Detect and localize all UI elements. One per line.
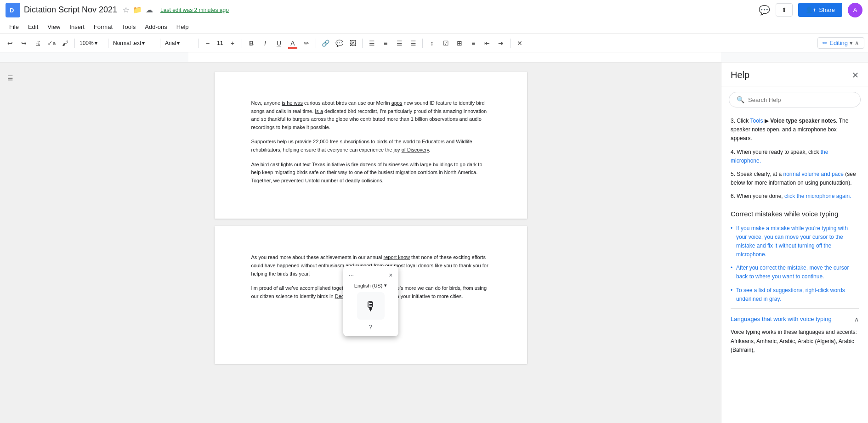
chevron-up-icon: ∧ [854,314,859,324]
zoom-selector[interactable]: 100% ▾ [78,37,105,50]
bold-button[interactable]: B [245,37,258,50]
help-steps-list: 3. Click Tools ▶ Voice type speaker note… [731,117,859,201]
font-selector[interactable]: Arial ▾ [163,37,195,50]
microphone-link[interactable]: the microphone. [731,149,828,164]
numbered-list-button[interactable]: ≡ [467,37,480,50]
tools-link[interactable]: Tools [750,118,763,124]
languages-section: Languages that work with voice typing ∧ … [731,308,859,364]
main-layout: ☰ Now, anyone is he was curious about bi… [0,62,868,423]
print-button[interactable]: 🖨 [31,37,44,50]
line-spacing-button[interactable]: ↕ [425,37,438,50]
divider-6 [316,39,316,48]
correct-mistakes-list: If you make a mistake while you're typin… [731,224,859,304]
font-size-decrease[interactable]: − [201,37,214,50]
style-selector[interactable]: Normal text ▾ [111,37,157,50]
text-color-button[interactable]: A [286,37,299,50]
divider-5 [242,39,242,48]
help-panel-title: Help [731,70,749,80]
menu-addons[interactable]: Add-ons [141,22,170,32]
menu-format[interactable]: Format [90,22,116,32]
redo-button[interactable]: ↪ [17,37,30,50]
correct-bullet-1: If you make a mistake while you're typin… [731,224,859,259]
italic-button[interactable]: I [259,37,272,50]
help-panel-header: Help ✕ [721,62,868,86]
align-center-button[interactable]: ≡ [379,37,392,50]
correct-bullet-3: To see a list of suggestions, right-clic… [731,286,859,304]
menu-edit[interactable]: Edit [24,22,42,32]
languages-examples: Afrikaans, Amharic, Arabic, Arabic (Alge… [731,338,854,353]
app-icon: D [6,3,20,17]
underline-button[interactable]: U [272,37,285,50]
voice-help-icon[interactable]: ? [369,323,373,331]
document-area[interactable]: Now, anyone is he was curious about bird… [20,62,721,423]
divider-9 [510,39,511,48]
share-button[interactable]: 👤+ Share [798,3,842,17]
search-icon: 🔍 [737,96,744,103]
editing-mode-label: Editing [829,39,848,46]
toolbar: ↩ ↪ 🖨 ✓a 🖌 100% ▾ Normal text ▾ Arial ▾ … [0,34,868,52]
languages-expandable-header[interactable]: Languages that work with voice typing ∧ [731,314,859,324]
ruler-inner [188,52,721,62]
menu-file[interactable]: File [6,22,23,32]
sidebar-toggle-button[interactable]: ☰ [4,72,17,85]
correct-bullet-2: After you correct the mistake, move the … [731,264,859,281]
page-2: As you read more about these achievement… [215,226,527,364]
align-left-button[interactable]: ☰ [365,37,378,50]
drive-icon: ⬆ [782,6,787,13]
font-size-increase[interactable]: + [226,37,239,50]
done-link[interactable]: click the microphone again. [784,193,851,199]
menu-tools[interactable]: Tools [118,22,139,32]
microphone-button[interactable]: 🎙 [357,292,385,320]
bullets-button[interactable]: ⊞ [453,37,466,50]
page-1: Now, anyone is he was curious about bird… [215,72,527,219]
avatar: A [848,3,862,17]
language-selector[interactable]: English (US) ▾ [354,282,387,288]
language-dropdown-icon: ▾ [384,282,387,288]
justify-button[interactable]: ☰ [407,37,420,50]
highlight-button[interactable]: ✏ [300,37,313,50]
menu-help[interactable]: Help [173,22,193,32]
help-panel-close-button[interactable]: ✕ [852,70,859,80]
clear-format-button[interactable]: ✕ [513,37,526,50]
indent-decrease-button[interactable]: ⇤ [481,37,494,50]
spellcheck-button[interactable]: ✓a [45,37,58,50]
font-dropdown-icon: ▾ [177,40,180,46]
comment-button[interactable]: 💬 [333,37,346,50]
correct-mistakes-title: Correct mistakes while voice typing [731,209,859,220]
checklist-button[interactable]: ☑ [439,37,452,50]
divider-1 [74,39,75,48]
voice-popup-close-button[interactable]: × [389,271,392,279]
editing-collapse-icon: ∧ [855,39,859,46]
help-search-box[interactable]: 🔍 [729,92,861,107]
paint-format-button[interactable]: 🖌 [59,37,72,50]
voice-popup-menu[interactable]: ··· [349,271,354,279]
image-button[interactable]: 🖼 [346,37,359,50]
mic-icon: 🎙 [364,299,377,314]
folder-icon[interactable]: 📁 [133,6,142,14]
left-sidebar-toggle: ☰ [0,62,20,423]
save-to-drive-button[interactable]: ⬆ [776,3,793,17]
search-input[interactable] [748,96,853,103]
page1-para-2: Supporters help us provide 22,000 free s… [251,138,490,154]
last-edit[interactable]: Last edit was 2 minutes ago [160,7,229,13]
normal-volume-link[interactable]: normal volume and pace [783,171,844,177]
title-icons: ☆ 📁 ☁ [123,6,153,14]
comments-button[interactable]: 💬 [759,5,770,16]
menu-view[interactable]: View [44,22,64,32]
align-right-button[interactable]: ☰ [393,37,406,50]
share-label: Share [819,6,835,13]
page1-para-3: Are bird cast lights out text Texas init… [251,161,490,185]
title-bar: D Dictation Script Nov 2021 ☆ 📁 ☁ Last e… [0,0,868,20]
cloud-icon[interactable]: ☁ [146,6,153,14]
star-icon[interactable]: ☆ [123,6,129,14]
indent-increase-button[interactable]: ⇥ [494,37,507,50]
editing-dropdown-icon: ▾ [850,39,853,46]
help-step-6: 6. When you're done, click the microphon… [731,192,859,201]
menu-insert[interactable]: Insert [66,22,88,32]
link-button[interactable]: 🔗 [319,37,332,50]
style-value: Normal text [113,40,141,46]
font-value: Arial [165,40,176,46]
editing-mode-button[interactable]: ✏ Editing ▾ ∧ [817,37,864,49]
help-step-5: 5. Speak clearly, at a normal volume and… [731,170,859,187]
undo-button[interactable]: ↩ [4,37,17,50]
